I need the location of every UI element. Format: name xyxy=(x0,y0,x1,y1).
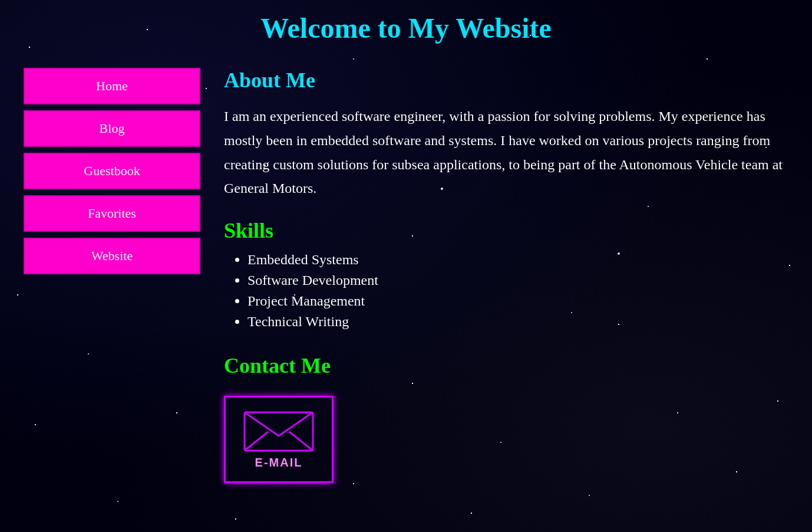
skills-list: Embedded Systems Software Development Pr… xyxy=(224,252,788,330)
list-item: Software Development xyxy=(247,272,788,288)
about-body: I am an experienced software engineer, w… xyxy=(224,104,788,201)
list-item: Technical Writing xyxy=(247,314,788,330)
main-layout: Home Blog Guestbook Favorites Website Ab… xyxy=(0,62,812,530)
nav-blog-button[interactable]: Blog xyxy=(24,110,200,147)
svg-line-1 xyxy=(245,432,268,451)
about-section: About Me I am an experienced software en… xyxy=(224,68,788,201)
page-wrapper: Welcome to My Website Home Blog Guestboo… xyxy=(0,0,812,532)
nav-website-button[interactable]: Website xyxy=(24,238,200,274)
sidebar: Home Blog Guestbook Favorites Website xyxy=(0,62,212,507)
email-button[interactable]: E-MAIL xyxy=(224,396,334,483)
email-envelope-icon xyxy=(243,409,314,454)
nav-guestbook-button[interactable]: Guestbook xyxy=(24,153,200,189)
email-icon-wrapper: E-MAIL xyxy=(243,409,314,469)
skills-section: Skills Embedded Systems Software Develop… xyxy=(224,218,788,330)
list-item: Project Management xyxy=(247,293,788,309)
content-area: About Me I am an experienced software en… xyxy=(212,62,812,507)
skills-heading: Skills xyxy=(224,218,788,243)
svg-rect-0 xyxy=(245,412,313,451)
email-label: E-MAIL xyxy=(255,456,303,469)
contact-heading: Contact Me xyxy=(224,353,788,378)
about-heading: About Me xyxy=(224,68,788,93)
site-title: Welcome to My Website xyxy=(0,12,812,44)
nav-home-button[interactable]: Home xyxy=(24,68,200,104)
nav-favorites-button[interactable]: Favorites xyxy=(24,195,200,232)
list-item: Embedded Systems xyxy=(247,252,788,268)
site-header: Welcome to My Website xyxy=(0,0,812,50)
svg-line-2 xyxy=(289,432,313,451)
contact-section: Contact Me E-MAIL xyxy=(224,353,788,483)
